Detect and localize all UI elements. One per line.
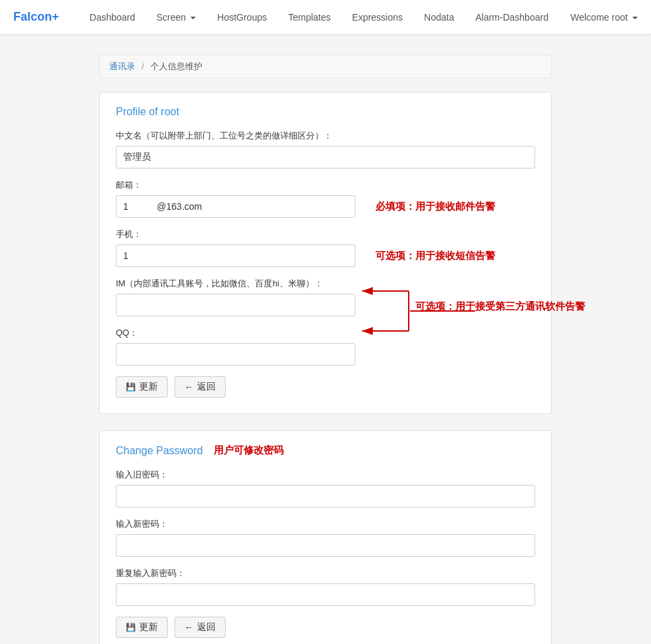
user-menu[interactable]: Welcome root	[570, 12, 638, 23]
nav-item-screen[interactable]: Screen	[146, 0, 206, 35]
breadcrumb-parent-link[interactable]: 通讯录	[109, 61, 135, 71]
new-password-group: 输入新密码：	[116, 518, 535, 557]
nav-link-screen[interactable]: Screen	[146, 0, 206, 35]
profile-card: Profile of root 中文名（可以附带上部门、工位号之类的做详细区分）…	[99, 92, 552, 414]
email-input[interactable]	[116, 195, 355, 218]
profile-card-title: Profile of root	[116, 106, 535, 118]
password-back-button[interactable]: ← 返回	[174, 617, 226, 638]
nav-item-nodata[interactable]: Nodata	[413, 0, 465, 35]
nav-item-expressions[interactable]: Expressions	[341, 0, 413, 35]
confirm-password-label: 重复输入新密码：	[116, 567, 535, 579]
nav-link-templates[interactable]: Templates	[278, 0, 341, 35]
mobile-input[interactable]	[116, 244, 355, 267]
old-password-label: 输入旧密码：	[116, 469, 535, 481]
email-label: 邮箱：	[116, 179, 535, 191]
new-password-input[interactable]	[116, 534, 535, 557]
confirm-password-group: 重复输入新密码：	[116, 567, 535, 606]
profile-update-button[interactable]: 💾 更新	[116, 376, 168, 398]
profile-btn-group: 💾 更新 ← 返回	[116, 376, 535, 398]
user-menu-link[interactable]: Welcome root	[570, 12, 638, 23]
nav-link-dashboard[interactable]: Dashboard	[79, 0, 146, 35]
password-card-title: Change Password	[116, 445, 203, 457]
nav-item-templates[interactable]: Templates	[278, 0, 341, 35]
chinese-name-group: 中文名（可以附带上部门、工位号之类的做详细区分）：	[116, 130, 535, 168]
chevron-down-icon-user	[632, 17, 638, 19]
im-label: IM（内部通讯工具账号，比如微信、百度hi、米聊）：	[116, 278, 535, 290]
main-nav: Dashboard Screen HostGroups Templates Ex…	[79, 0, 570, 35]
breadcrumb-separator: /	[142, 61, 144, 71]
password-card-annotation: 用户可修改密码	[214, 444, 284, 457]
confirm-password-input[interactable]	[116, 583, 535, 606]
qq-label: QQ：	[116, 327, 535, 339]
nav-link-alarm-dashboard[interactable]: Alarm-Dashboard	[465, 0, 559, 35]
qq-input[interactable]	[116, 343, 355, 366]
email-annotation: 必填项：用于接收邮件告警	[375, 200, 495, 213]
chinese-name-input[interactable]	[116, 146, 535, 168]
mobile-group: 手机： 可选项：用于接收短信告警	[116, 228, 535, 267]
im-qq-wrapper: IM（内部通讯工具账号，比如微信、百度hi、米聊）： QQ：	[116, 278, 535, 366]
mobile-annotation: 可选项：用于接收短信告警	[375, 250, 495, 262]
password-update-button[interactable]: 💾 更新	[116, 617, 168, 638]
navbar: Falcon+ Dashboard Screen HostGroups Temp…	[0, 0, 651, 35]
password-card: Change Password 用户可修改密码 输入旧密码： 输入新密码： 重复…	[99, 430, 552, 644]
page-content: 通讯录 / 个人信息维护 Profile of root 中文名（可以附带上部门…	[86, 55, 565, 644]
save-icon: 💾	[126, 382, 136, 392]
nav-item-dashboard[interactable]: Dashboard	[79, 0, 146, 35]
save-icon-pw: 💾	[126, 623, 136, 632]
brand-logo[interactable]: Falcon+	[13, 10, 59, 24]
breadcrumb-current: 个人信息维护	[150, 61, 202, 71]
chinese-name-label: 中文名（可以附带上部门、工位号之类的做详细区分）：	[116, 130, 535, 142]
old-password-input[interactable]	[116, 485, 535, 507]
im-group: IM（内部通讯工具账号，比如微信、百度hi、米聊）：	[116, 278, 535, 316]
password-btn-group: 💾 更新 ← 返回	[116, 617, 535, 638]
qq-group: QQ：	[116, 327, 535, 366]
nav-link-nodata[interactable]: Nodata	[413, 0, 465, 35]
nav-link-hostgroups[interactable]: HostGroups	[206, 0, 278, 35]
breadcrumb: 通讯录 / 个人信息维护	[99, 55, 552, 79]
nav-link-expressions[interactable]: Expressions	[341, 0, 413, 35]
email-group: 邮箱： 必填项：用于接收邮件告警	[116, 179, 535, 218]
nav-item-hostgroups[interactable]: HostGroups	[206, 0, 278, 35]
mobile-label: 手机：	[116, 228, 535, 240]
back-icon-pw: ←	[184, 622, 194, 633]
im-input[interactable]	[116, 294, 355, 316]
chevron-down-icon	[190, 17, 196, 19]
old-password-group: 输入旧密码：	[116, 469, 535, 507]
back-icon: ←	[184, 382, 194, 392]
profile-back-button[interactable]: ← 返回	[174, 376, 226, 398]
nav-item-alarm-dashboard[interactable]: Alarm-Dashboard	[465, 0, 559, 35]
new-password-label: 输入新密码：	[116, 518, 535, 530]
